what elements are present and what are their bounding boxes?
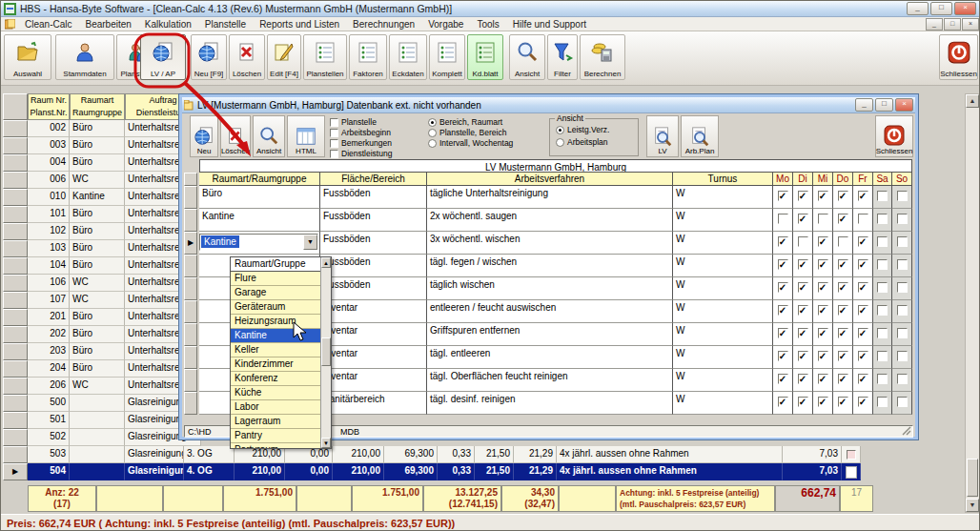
day-checkbox[interactable]: ✓: [838, 397, 848, 407]
dialog-row-selector[interactable]: [184, 186, 197, 209]
row-selector[interactable]: [3, 292, 28, 309]
menu-kalkulation[interactable]: Kalkulation: [138, 18, 198, 31]
checkbox-icon[interactable]: [330, 129, 338, 137]
day-checkbox[interactable]: [897, 328, 908, 338]
day-checkbox[interactable]: ✓: [858, 351, 868, 361]
row-selector[interactable]: [3, 446, 28, 463]
dialog-row-selector[interactable]: [184, 369, 197, 392]
dialog-radio-arbeitsplan[interactable]: Arbeitsplan: [556, 137, 608, 147]
radio-icon[interactable]: [428, 129, 437, 137]
dropdown-item-k-che[interactable]: Küche: [231, 386, 321, 400]
dialog-button-neu[interactable]: Neu: [190, 115, 218, 157]
dialog-button-lv[interactable]: LV: [646, 115, 679, 157]
vertical-scrollbar[interactable]: ▲ ▼: [965, 93, 980, 513]
dialog-button-html[interactable]: HTML: [287, 115, 325, 157]
dialog-radio-leistg-verz-[interactable]: Leistg.Verz.: [556, 125, 609, 134]
toolbar-button-kd-blatt[interactable]: Kd.blatt: [467, 34, 503, 80]
close-button[interactable]: ×: [954, 2, 976, 15]
day-checkbox[interactable]: ✓: [778, 328, 788, 338]
day-checkbox[interactable]: [877, 351, 888, 361]
dropdown-item-konferenz[interactable]: Konferenz: [231, 372, 321, 386]
day-checkbox[interactable]: ✓: [858, 305, 868, 316]
row-selector[interactable]: [3, 309, 28, 326]
dropdown-item-lagerraum[interactable]: Lagerraum: [231, 415, 321, 429]
mdi-close-button[interactable]: ×: [962, 18, 979, 31]
day-checkbox[interactable]: ✓: [838, 351, 848, 361]
day-checkbox[interactable]: ✓: [838, 282, 848, 293]
toolbar-button-filter[interactable]: Filter: [547, 34, 578, 80]
day-checkbox[interactable]: [877, 191, 888, 201]
menu-clean-calc[interactable]: Clean-Calc: [18, 18, 78, 31]
day-checkbox[interactable]: [877, 397, 888, 407]
scroll-up-icon[interactable]: ▲: [966, 94, 979, 108]
day-checkbox[interactable]: [858, 214, 868, 224]
dialog-row-selector[interactable]: [184, 323, 197, 346]
day-checkbox[interactable]: [877, 259, 888, 270]
radio-icon[interactable]: [428, 139, 437, 148]
toolbar-button-neu-f9-[interactable]: Neu [F9]: [191, 34, 227, 80]
day-checkbox[interactable]: ✓: [778, 351, 788, 361]
dropdown-scroll-thumb[interactable]: [321, 337, 331, 366]
toolbar-button-komplett[interactable]: Komplett: [429, 34, 465, 80]
row-selector[interactable]: [3, 257, 28, 275]
radio-icon[interactable]: [556, 138, 564, 147]
day-checkbox[interactable]: ✓: [818, 282, 828, 293]
dropdown-item-kinderzimmer[interactable]: Kinderzimmer: [231, 357, 321, 372]
day-checkbox[interactable]: ✓: [798, 397, 808, 407]
day-checkbox[interactable]: ✓: [818, 328, 828, 338]
day-checkbox[interactable]: [798, 236, 808, 247]
day-checkbox[interactable]: ✓: [778, 191, 788, 201]
toolbar-button-l-schen[interactable]: Löschen: [229, 34, 265, 80]
dialog-row-selector[interactable]: [184, 300, 197, 323]
row-selector[interactable]: [3, 223, 28, 240]
mdi-restore-button[interactable]: □: [944, 18, 961, 31]
day-checkbox[interactable]: ✓: [838, 191, 848, 201]
day-checkbox[interactable]: ✓: [798, 374, 808, 384]
day-checkbox[interactable]: ✓: [838, 259, 848, 270]
scroll-thumb[interactable]: [967, 459, 978, 497]
day-checkbox[interactable]: ✓: [838, 374, 848, 384]
row-selector[interactable]: [3, 395, 28, 412]
day-checkbox[interactable]: [897, 191, 908, 201]
day-checkbox[interactable]: ✓: [798, 191, 808, 201]
day-checkbox[interactable]: [838, 236, 848, 247]
toolbar-button-faktoren[interactable]: Faktoren: [349, 34, 387, 80]
day-checkbox[interactable]: [897, 374, 908, 384]
day-checkbox[interactable]: ✓: [798, 282, 808, 293]
day-checkbox[interactable]: ✓: [858, 191, 868, 201]
day-checkbox[interactable]: ✓: [798, 305, 808, 316]
day-checkbox[interactable]: ✓: [858, 259, 868, 270]
dropdown-item-keller[interactable]: Keller: [231, 343, 321, 357]
day-checkbox[interactable]: ✓: [798, 214, 808, 224]
dropdown-item-ger-teraum[interactable]: Geräteraum: [231, 300, 321, 315]
day-checkbox[interactable]: ✓: [778, 397, 788, 407]
row-selector[interactable]: [3, 429, 28, 446]
dialog-row-selector[interactable]: [184, 277, 197, 300]
row-selector[interactable]: [3, 378, 28, 395]
dialog-checkbox-arbeitsbeginn[interactable]: Arbeitsbeginn: [330, 128, 391, 137]
dropdown-item-heizungsraum[interactable]: Heizungsraum: [231, 315, 321, 329]
checkbox-icon[interactable]: [330, 150, 338, 158]
row-selector[interactable]: [3, 172, 28, 189]
day-checkbox[interactable]: ✓: [798, 328, 808, 338]
dropdown-item-kantine[interactable]: Kantine: [231, 329, 321, 343]
day-checkbox[interactable]: ✓: [818, 259, 828, 270]
day-checkbox[interactable]: [778, 214, 788, 224]
dialog-button-arb-plan[interactable]: Arb.Plan: [681, 115, 719, 157]
minimize-button[interactable]: _: [907, 2, 929, 15]
day-checkbox[interactable]: ✓: [778, 305, 788, 316]
checkbox-icon[interactable]: [330, 118, 338, 127]
dialog-row-selector[interactable]: ▶: [184, 232, 197, 255]
resize-grip-icon[interactable]: [902, 426, 911, 436]
row-selector[interactable]: [3, 326, 28, 343]
row-selector[interactable]: [3, 206, 28, 223]
dialog-button-schliessen[interactable]: Schliessen: [875, 115, 913, 157]
checkbox-icon[interactable]: [330, 139, 338, 148]
dialog-restore-button[interactable]: □: [875, 98, 893, 112]
dialog-radio-bereich-raumart[interactable]: Bereich, Raumart: [428, 117, 502, 127]
row-selector[interactable]: [3, 240, 28, 257]
day-checkbox[interactable]: ✓: [838, 328, 848, 338]
day-checkbox[interactable]: [897, 282, 908, 293]
day-checkbox[interactable]: [877, 305, 888, 316]
row-selector[interactable]: ▶: [3, 463, 28, 480]
